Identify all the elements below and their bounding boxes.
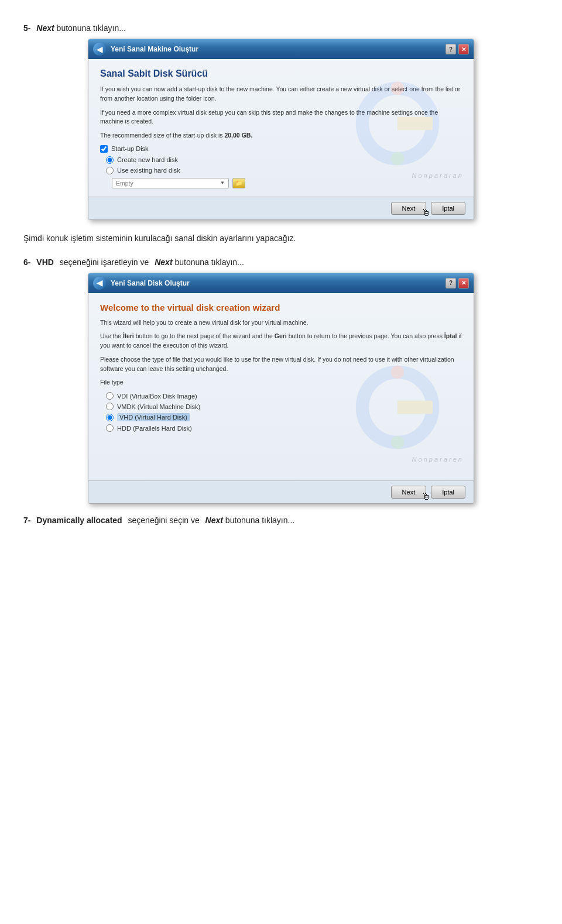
dialog2-cancel-button[interactable]: İptal <box>431 486 465 499</box>
dialog1-startup-disk-row: Start-up Disk <box>100 145 462 153</box>
dialog2-radio-hdd-row: HDD (Parallels Hard Disk) <box>106 424 462 432</box>
dialog1-title-controls: ? ✕ <box>446 44 469 54</box>
dialog1-radio-existing-label: Use existing hard disk <box>117 167 180 174</box>
dialog2-radio-vhd[interactable] <box>106 414 114 421</box>
dialog2-next-btn-wrapper: Next 🖱 <box>391 486 427 499</box>
step7-keyword-next: Next <box>205 516 223 525</box>
dialog1-select-arrow: ▼ <box>220 180 225 186</box>
step7-number: 7- <box>23 516 30 525</box>
step7-line: 7- Dynamically allocated seçeneğini seçi… <box>23 516 539 525</box>
step5-number: 5- <box>23 23 30 33</box>
dialog1-watermark-text: N o n p a r a r a n <box>412 172 462 179</box>
dialog1-startup-disk-label: Start-up Disk <box>111 145 149 152</box>
dialog2-radio-vdi[interactable] <box>106 392 114 400</box>
dialog1-next-btn-wrapper: Next 🖱 <box>391 202 427 215</box>
dialog1-title-text: Yeni Sanal Makine Oluştur <box>111 45 446 53</box>
dialog1-radio-create: Create new hard disk <box>106 156 462 164</box>
dialog2-next-button[interactable]: Next <box>391 486 427 499</box>
dialog2-titlebar: ◀ Yeni Sanal Disk Oluştur ? ✕ <box>88 273 474 293</box>
dialog2-help-button[interactable]: ? <box>446 278 456 288</box>
dialog1-startup-disk-checkbox[interactable] <box>100 145 108 153</box>
dialog2-file-type-label: File type <box>100 378 462 387</box>
svg-point-5 <box>391 435 405 449</box>
dialog2-desc3: Please choose the type of file that you … <box>100 355 462 374</box>
dialog2-hdd-label: HDD (Parallels Hard Disk) <box>117 425 192 432</box>
dialog1-radio-existing-input[interactable] <box>106 167 114 174</box>
dialog2-footer: Next 🖱 İptal <box>88 480 474 503</box>
dialog1-next-button[interactable]: Next <box>391 202 427 215</box>
step6-keyword-next: Next <box>155 257 172 267</box>
dialog2-vdi-label: VDI (VirtualBox Disk Image) <box>117 393 197 400</box>
dialog2-radio-vhd-row: VHD (Virtual Hard Disk) <box>106 413 462 421</box>
dialog1-help-button[interactable]: ? <box>446 44 456 54</box>
dialog2-title-text: Yeni Sanal Disk Oluştur <box>111 279 446 287</box>
dialog1-titlebar: ◀ Yeni Sanal Makine Oluştur ? ✕ <box>88 39 474 59</box>
dialog1-radio-existing: Use existing hard disk <box>106 167 462 174</box>
dialog2-window: ◀ Yeni Sanal Disk Oluştur ? ✕ Welcome to… <box>88 273 474 504</box>
step5-line: 5- Next butonuna tıklayın... <box>23 23 539 33</box>
dialog2-title-controls: ? ✕ <box>446 278 469 288</box>
dialog2-radio-vdi-row: VDI (VirtualBox Disk Image) <box>106 392 462 400</box>
step7-text1: seçeneğini seçin ve <box>128 516 200 525</box>
dialog2-radio-vmdk-row: VMDK (Virtual Machine Disk) <box>106 403 462 410</box>
dialog1-select-row: Empty ▼ 📁 <box>112 178 462 188</box>
step5-keyword: Next <box>36 23 54 33</box>
step6-keyword-vhd: VHD <box>36 257 54 267</box>
paragraph1: Şimdi konuk işletim sisteminin kurulacağ… <box>23 232 539 246</box>
dialog2-radio-vmdk[interactable] <box>106 403 114 410</box>
dialog1-radio-create-label: Create new hard disk <box>117 156 178 163</box>
dialog1-cancel-button[interactable]: İptal <box>431 202 465 215</box>
dialog2-desc2: Use the İleri button to go to the next p… <box>100 332 462 351</box>
dialog2-title-icon: ◀ <box>93 277 106 290</box>
dialog2-desc1: This wizard will help you to create a ne… <box>100 318 462 328</box>
dialog2-close-button[interactable]: ✕ <box>458 278 469 288</box>
dialog1-select-box[interactable]: Empty ▼ <box>112 178 229 188</box>
dialog1-folder-button[interactable]: 📁 <box>232 178 245 188</box>
dialog1-radio-create-input[interactable] <box>106 156 114 164</box>
dialog2-wrapper: ◀ Yeni Sanal Disk Oluştur ? ✕ Welcome to… <box>23 273 539 504</box>
dialog1-section-title: Sanal Sabit Disk Sürücü <box>100 68 462 79</box>
dialog2-cursor: 🖱 <box>422 492 431 502</box>
step5-suffix: butonuna tıklayın... <box>57 23 126 33</box>
dialog1-footer: Next 🖱 İptal <box>88 197 474 219</box>
dialog1-desc1: If you wish you can now add a start-up d… <box>100 85 462 104</box>
dialog1-window: ◀ Yeni Sanal Makine Oluştur ? ✕ Sanal Sa… <box>88 39 474 220</box>
dialog1-close-button[interactable]: ✕ <box>458 44 469 54</box>
step7-keyword-dynamic: Dynamically allocated <box>36 516 122 525</box>
dialog2-body: Welcome to the virtual disk creation wiz… <box>88 293 474 480</box>
step6-suffix: butonuna tıklayın... <box>174 257 244 267</box>
dialog1-wrapper: ◀ Yeni Sanal Makine Oluştur ? ✕ Sanal Sa… <box>23 39 539 220</box>
dialog1-desc3: The recommended size of the start-up dis… <box>100 131 462 140</box>
step6-text1: seçeneğini işaretleyin ve <box>60 257 149 267</box>
step6-number: 6- <box>23 257 30 267</box>
dialog2-vmdk-label: VMDK (Virtual Machine Disk) <box>117 403 200 410</box>
dialog2-radio-hdd[interactable] <box>106 424 114 432</box>
dialog2-vhd-label: VHD (Virtual Hard Disk) <box>117 413 190 421</box>
step6-line: 6- VHD seçeneğini işaretleyin ve Next bu… <box>23 257 539 267</box>
dialog1-cursor: 🖱 <box>422 208 431 218</box>
dialog2-section-title: Welcome to the virtual disk creation wiz… <box>100 303 462 312</box>
dialog1-body: Sanal Sabit Disk Sürücü If you wish you … <box>88 59 474 197</box>
step7-suffix: butonuna tıklayın... <box>225 516 294 525</box>
dialog1-title-icon: ◀ <box>93 43 106 56</box>
dialog2-watermark-text: N o n p a r a r e n <box>412 456 462 463</box>
dialog1-select-value: Empty <box>116 180 133 187</box>
dialog1-desc2: If you need a more complex virtual disk … <box>100 108 462 127</box>
